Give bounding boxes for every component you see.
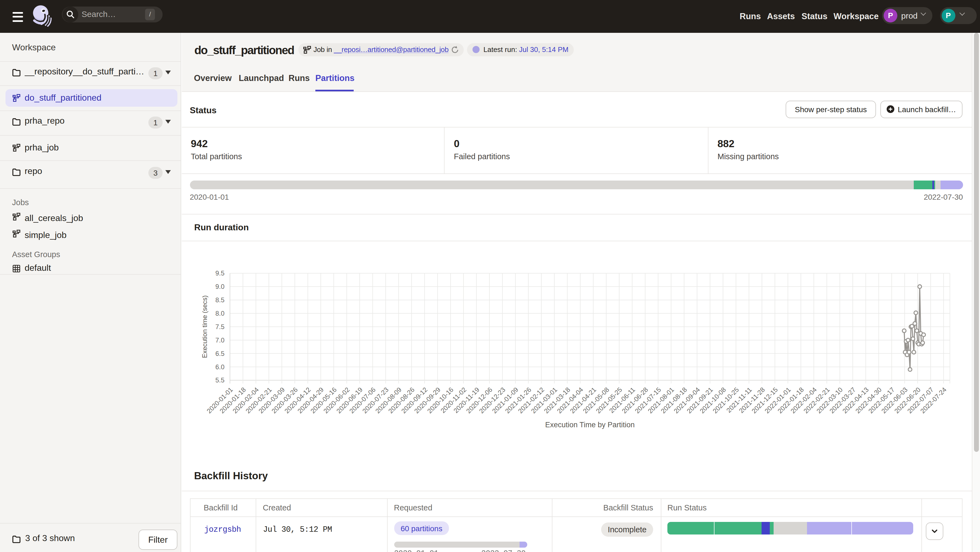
svg-text:Execution Time by Partition: Execution Time by Partition	[545, 421, 635, 429]
svg-text:5.5: 5.5	[215, 376, 224, 384]
svg-text:7.5: 7.5	[215, 323, 224, 330]
svg-text:9.5: 9.5	[215, 270, 224, 277]
svg-text:8.0: 8.0	[215, 310, 224, 317]
svg-text:6.0: 6.0	[215, 363, 224, 371]
svg-text:Execution time (secs): Execution time (secs)	[201, 295, 208, 358]
svg-text:6.5: 6.5	[215, 350, 224, 357]
svg-text:7.0: 7.0	[215, 336, 224, 344]
svg-text:9.0: 9.0	[215, 283, 224, 290]
svg-text:8.5: 8.5	[215, 296, 224, 304]
